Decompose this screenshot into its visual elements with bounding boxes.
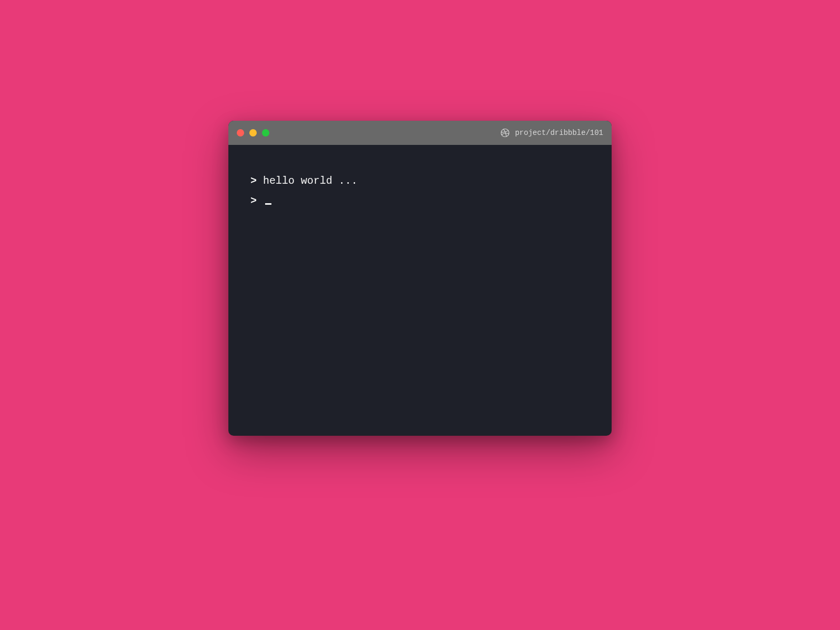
- terminal-line-1: > hello world ...: [250, 171, 590, 191]
- minimize-button[interactable]: [249, 129, 257, 136]
- terminal-body[interactable]: > hello world ... >: [228, 145, 612, 237]
- prompt-symbol: >: [250, 175, 257, 187]
- dribbble-icon: [500, 128, 510, 138]
- cursor-icon: [265, 203, 271, 205]
- terminal-window: project/dribbble/101 > hello world ... >: [228, 121, 612, 436]
- prompt-symbol: >: [250, 195, 257, 207]
- maximize-button[interactable]: [262, 129, 269, 136]
- terminal-output-text: hello world ...: [263, 175, 358, 187]
- terminal-line-2: >: [250, 191, 590, 211]
- close-button[interactable]: [237, 129, 244, 136]
- window-controls: [237, 129, 269, 136]
- window-titlebar: project/dribbble/101: [228, 121, 612, 145]
- titlebar-path: project/dribbble/101: [515, 129, 603, 137]
- titlebar-path-area: project/dribbble/101: [500, 128, 603, 138]
- svg-point-0: [501, 129, 509, 137]
